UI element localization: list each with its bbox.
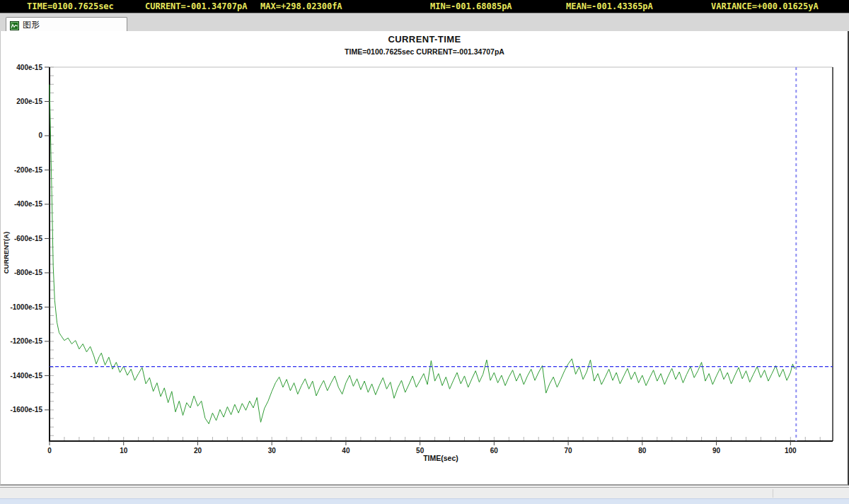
- current-trace: [50, 85, 796, 424]
- y-tick-label: -200e-15: [14, 166, 42, 174]
- x-tick-label: 30: [268, 447, 277, 455]
- x-tick-label: 40: [342, 447, 350, 455]
- y-tick-label: -400e-15: [14, 200, 42, 208]
- x-tick-label: 100: [785, 447, 797, 455]
- y-tick-label: -1400e-15: [10, 372, 42, 380]
- x-tick-label: 80: [638, 447, 647, 455]
- x-tick-label: 60: [490, 447, 499, 455]
- x-tick-label: 90: [712, 447, 721, 455]
- x-tick-label: 10: [120, 447, 128, 455]
- y-tick-label: 400e-15: [16, 64, 42, 71]
- y-tick-label: 200e-15: [16, 98, 42, 105]
- status-bar: [0, 487, 849, 498]
- taskbar-edge: [0, 498, 849, 504]
- y-tick-label: -800e-15: [14, 269, 42, 276]
- x-tick-label: 50: [416, 447, 424, 455]
- app-window: TIME=0100.7625sec CURRENT=-001.34707pA M…: [0, 0, 849, 504]
- x-tick-label: 20: [194, 447, 202, 455]
- y-tick-label: -1000e-15: [10, 303, 42, 311]
- y-tick-label: -1600e-15: [10, 406, 42, 414]
- y-tick-label: -600e-15: [14, 235, 42, 242]
- y-tick-label: -1200e-15: [10, 337, 42, 345]
- y-tick-label: 0: [38, 131, 42, 139]
- status-bar-separator: [773, 489, 773, 498]
- x-tick-label: 0: [47, 447, 52, 455]
- plot-area[interactable]: 0102030405060708090100400e-15200e-150-20…: [0, 0, 849, 504]
- x-tick-label: 70: [565, 447, 573, 455]
